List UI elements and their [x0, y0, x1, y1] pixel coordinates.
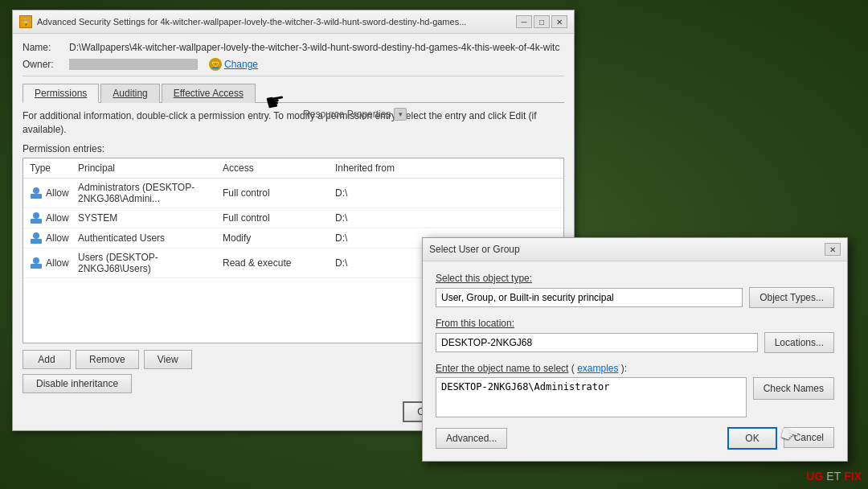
change-link[interactable]: 🛡 Change: [209, 58, 258, 71]
perm-entries-label: Permission entries:: [23, 143, 564, 154]
dialog-title-bar: Select User or Group ✕: [423, 238, 847, 261]
disable-inheritance-button[interactable]: Disable inheritance: [23, 374, 132, 393]
name-value: D:\Wallpapers\4k-witcher-wallpaper-lovel…: [69, 42, 564, 53]
object-type-label: Select this object type:: [436, 273, 834, 284]
row1-type: Allow: [27, 185, 75, 201]
table-row[interactable]: Allow SYSTEM Full control D:\: [23, 208, 563, 228]
view-button[interactable]: View: [144, 350, 192, 369]
dialog-ok-button[interactable]: OK: [727, 427, 776, 450]
user-icon: [30, 187, 43, 199]
location-input[interactable]: [436, 333, 758, 352]
advanced-button[interactable]: Advanced...: [436, 428, 507, 449]
watermark-text1: UG: [806, 470, 823, 483]
object-name-row: Check Names: [436, 377, 834, 417]
owner-bar: [69, 59, 198, 70]
enter-object-label: Enter the object name to select: [436, 363, 568, 374]
title-bar-buttons: ─ □ ✕: [516, 15, 567, 28]
svg-point-1: [33, 187, 39, 194]
add-button[interactable]: Add: [23, 350, 71, 369]
tabs-bar: Permissions Auditing Effective Access: [23, 80, 564, 103]
row2-access: Full control: [219, 211, 332, 225]
minimize-button[interactable]: ─: [516, 15, 532, 28]
restore-button[interactable]: □: [534, 15, 550, 28]
remove-button[interactable]: Remove: [76, 350, 139, 369]
examples-link[interactable]: examples: [577, 363, 618, 374]
separator: [23, 76, 564, 76]
row3-type: Allow: [27, 230, 75, 246]
object-type-input[interactable]: [436, 288, 743, 307]
watermark-separator: ET: [826, 470, 841, 483]
user-icon: [30, 232, 43, 244]
row3-principal: Authenticated Users: [75, 231, 219, 245]
main-title-bar: 🔒 Advanced Security Settings for 4k-witc…: [13, 10, 574, 34]
col-inherited: Inherited from: [332, 160, 444, 176]
user-icon: [30, 257, 43, 269]
object-types-button[interactable]: Object Types...: [749, 287, 834, 308]
svg-rect-2: [31, 219, 42, 224]
watermark: UG ET FIX: [806, 470, 862, 483]
object-name-input[interactable]: [436, 377, 747, 417]
select-user-dialog: Select User or Group ✕ Select this objec…: [422, 237, 848, 462]
row4-principal: Users (DESKTOP-2NKGJ68\Users): [75, 250, 219, 276]
row3-access: Modify: [219, 231, 332, 245]
row1-inherited: D:\: [332, 186, 444, 200]
svg-rect-0: [31, 194, 42, 199]
svg-rect-6: [31, 264, 42, 269]
check-names-button[interactable]: Check Names: [753, 377, 834, 400]
dialog-ok-cancel: OK Cancel: [727, 427, 834, 450]
row2-type: Allow: [27, 210, 75, 226]
dialog-close-button[interactable]: ✕: [825, 243, 841, 256]
title-bar-left: 🔒 Advanced Security Settings for 4k-witc…: [19, 15, 466, 28]
name-label: Name:: [23, 42, 63, 53]
svg-point-3: [33, 212, 39, 219]
resource-chevron-icon: ▾: [394, 108, 407, 121]
object-name-label-row: Enter the object name to select ( exampl…: [436, 363, 834, 374]
dialog-cancel-button[interactable]: Cancel: [784, 427, 834, 448]
name-field-row: Name: D:\Wallpapers\4k-witcher-wallpaper…: [23, 42, 564, 53]
info-text: For additional information, double-click…: [23, 109, 564, 137]
col-principal: Principal: [75, 160, 219, 176]
dialog-bottom-row: Advanced... OK Cancel: [436, 427, 834, 450]
row1-principal: Administrators (DESKTOP-2NKGJ68\Admini..…: [75, 180, 219, 206]
window-title: Advanced Security Settings for 4k-witche…: [37, 17, 466, 27]
svg-rect-4: [31, 239, 42, 244]
tab-permissions[interactable]: Permissions: [23, 84, 99, 103]
dialog-body: Select this object type: Object Types...…: [423, 261, 847, 461]
svg-point-5: [33, 232, 39, 239]
user-icon: [30, 212, 43, 224]
change-icon: 🛡: [209, 58, 222, 71]
window-icon: 🔒: [19, 15, 32, 28]
from-location-label: From this location:: [436, 318, 834, 329]
locations-button[interactable]: Locations...: [764, 332, 834, 353]
row1-access: Full control: [219, 186, 332, 200]
svg-point-7: [33, 257, 39, 264]
location-row: Locations...: [436, 332, 834, 353]
watermark-text2: FIX: [844, 470, 862, 483]
col-type: Type: [27, 160, 75, 176]
table-row[interactable]: Allow Administrators (DESKTOP-2NKGJ68\Ad…: [23, 179, 563, 208]
close-button[interactable]: ✕: [551, 15, 567, 28]
col-access: Access: [219, 160, 332, 176]
dialog-title: Select User or Group: [429, 244, 520, 255]
row2-inherited: D:\: [332, 211, 444, 225]
tab-auditing[interactable]: Auditing: [100, 84, 159, 103]
owner-field-row: Owner: 🛡 Change Resource Properties ▾: [23, 58, 564, 71]
owner-label: Owner:: [23, 59, 63, 70]
resource-properties[interactable]: Resource Properties ▾: [303, 108, 407, 121]
row4-type: Allow: [27, 255, 75, 271]
row2-principal: SYSTEM: [75, 211, 219, 225]
perm-table-header: Type Principal Access Inherited from: [23, 158, 563, 179]
tab-effective-access[interactable]: Effective Access: [162, 84, 256, 103]
object-type-row: Object Types...: [436, 287, 834, 308]
row4-access: Read & execute: [219, 256, 332, 270]
